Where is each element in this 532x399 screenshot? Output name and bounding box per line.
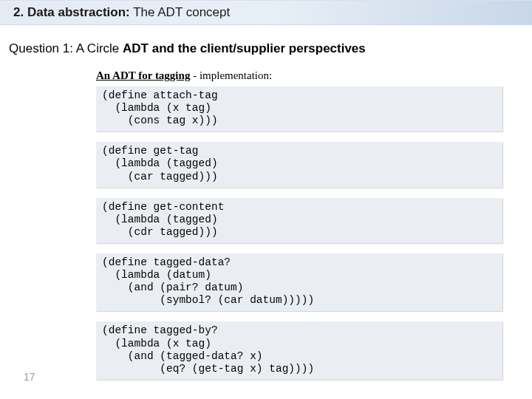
section-header: 2. Data abstraction: The ADT concept: [0, 0, 532, 25]
implementation-subtitle: An ADT for tagging - implementation:: [0, 56, 532, 86]
code-block: (define tagged-data? (lambda (datum) (an…: [96, 253, 502, 311]
subtitle-rest: - implementation:: [190, 69, 272, 81]
slide-number: 17: [24, 371, 35, 383]
question-line: Question 1: A Circle ADT and the client/…: [0, 25, 532, 56]
slide: 2. Data abstraction: The ADT concept Que…: [0, 0, 532, 399]
section-title-rest: The ADT concept: [130, 5, 230, 19]
code-block: (define get-content (lambda (tagged) (cd…: [96, 198, 502, 243]
code-block: (define tagged-by? (lambda (x tag) (and …: [96, 321, 502, 379]
code-blocks-container: (define attach-tag (lambda (x tag) (cons…: [0, 86, 532, 380]
code-block: (define attach-tag (lambda (x tag) (cons…: [96, 86, 502, 132]
question-label: Question 1:: [9, 41, 76, 55]
subtitle-underlined: An ADT for tagging: [96, 69, 190, 81]
code-block: (define get-tag (lambda (tagged) (car ta…: [96, 142, 502, 187]
section-title: 2. Data abstraction: The ADT concept: [13, 5, 230, 20]
section-title-bold: 2. Data abstraction:: [13, 5, 130, 19]
question-text-pre: A Circle: [76, 41, 123, 55]
question-text-bold: ADT and the client/supplier perspectives: [123, 41, 366, 55]
